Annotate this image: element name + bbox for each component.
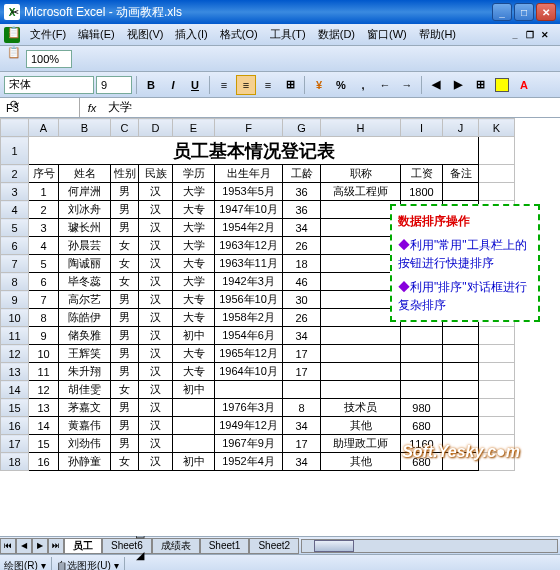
data-cell[interactable] [401,363,443,381]
data-cell[interactable]: 1963年12月 [215,237,283,255]
data-cell[interactable]: 34 [283,219,321,237]
data-cell[interactable]: 其他 [321,417,401,435]
data-cell[interactable]: 36 [283,183,321,201]
doc-restore-button[interactable]: ❐ [523,28,537,42]
doc-close-button[interactable]: ✕ [538,28,552,42]
data-cell[interactable]: 汉 [139,255,173,273]
data-cell[interactable]: 34 [283,453,321,471]
draw-tool-button[interactable]: A [130,566,150,571]
sheet-tab[interactable]: 成绩表 [152,538,200,554]
sheet-tab[interactable]: Sheet2 [249,538,299,554]
data-cell[interactable]: 大专 [173,291,215,309]
row-header[interactable]: 18 [1,453,29,471]
col-header[interactable]: B [59,119,111,137]
scroll-thumb[interactable] [314,540,354,552]
table-header-cell[interactable]: 备注 [443,165,479,183]
data-cell[interactable]: 男 [111,309,139,327]
menu-item[interactable]: 窗口(W) [361,26,413,42]
data-cell[interactable]: 女 [111,381,139,399]
data-cell[interactable]: 7 [29,291,59,309]
data-cell[interactable] [443,327,479,345]
data-cell[interactable]: 980 [401,399,443,417]
row-header[interactable]: 3 [1,183,29,201]
row-header[interactable]: 10 [1,309,29,327]
align-left-button[interactable]: ≡ [214,75,234,95]
menu-item[interactable]: 帮助(H) [413,26,462,42]
data-cell[interactable]: 大专 [173,363,215,381]
data-cell[interactable] [321,273,401,291]
horizontal-scrollbar[interactable] [301,539,558,553]
sheet-tab[interactable]: 员工 [64,538,102,554]
data-cell[interactable]: 汉 [139,345,173,363]
data-cell[interactable]: 大专 [173,309,215,327]
menu-item[interactable]: 编辑(E) [72,26,121,42]
row-header[interactable]: 7 [1,255,29,273]
data-cell[interactable]: 汉 [139,435,173,453]
data-cell[interactable]: 1965年12月 [215,345,283,363]
data-cell[interactable]: 其他 [321,453,401,471]
data-cell[interactable]: 1956年10月 [215,291,283,309]
tab-nav-button[interactable]: ⏭ [48,538,64,554]
zoom-combo[interactable]: 100% [26,50,72,68]
data-cell[interactable]: 刘劲伟 [59,435,111,453]
data-cell[interactable]: 助理政工师 [321,435,401,453]
close-button[interactable]: ✕ [536,3,556,21]
font-size-combo[interactable]: 9 [96,76,132,94]
data-cell[interactable]: 1964年10月 [215,363,283,381]
data-cell[interactable]: 男 [111,399,139,417]
minimize-button[interactable]: _ [492,3,512,21]
col-header[interactable]: J [443,119,479,137]
data-cell[interactable] [443,399,479,417]
data-cell[interactable]: 汉 [139,309,173,327]
autoshape-menu[interactable]: 自选图形(U) [57,559,111,571]
font-color-button[interactable]: A [514,75,534,95]
data-cell[interactable]: 毕冬蕊 [59,273,111,291]
data-cell[interactable]: 1953年5月 [215,183,283,201]
data-cell[interactable]: 高级工程师 [321,183,401,201]
data-cell[interactable]: 30 [283,291,321,309]
draw-menu[interactable]: 绘图(R) [4,559,38,571]
align-center-button[interactable]: ≡ [236,75,256,95]
row-header[interactable]: 12 [1,345,29,363]
data-cell[interactable] [173,417,215,435]
sheet-title[interactable]: 员工基本情况登记表 [29,137,479,165]
data-cell[interactable]: 大学 [173,183,215,201]
data-cell[interactable]: 1949年12月 [215,417,283,435]
data-cell[interactable] [321,309,401,327]
data-cell[interactable]: 王辉笑 [59,345,111,363]
data-cell[interactable]: 1958年2月 [215,309,283,327]
data-cell[interactable]: 大专 [173,345,215,363]
data-cell[interactable]: 孙晨芸 [59,237,111,255]
data-cell[interactable]: 技术员 [321,399,401,417]
data-cell[interactable]: 10 [29,345,59,363]
row-header[interactable]: 5 [1,219,29,237]
table-header-cell[interactable]: 职称 [321,165,401,183]
data-cell[interactable]: 1800 [401,183,443,201]
table-header-cell[interactable]: 性别 [111,165,139,183]
dec-increase-button[interactable]: ← [375,75,395,95]
fill-color-button[interactable] [492,75,512,95]
col-header[interactable]: I [401,119,443,137]
data-cell[interactable]: 大专 [173,255,215,273]
data-cell[interactable] [443,183,479,201]
data-cell[interactable]: 34 [283,417,321,435]
select-all[interactable] [1,119,29,137]
currency-button[interactable]: ¥ [309,75,329,95]
data-cell[interactable]: 汉 [139,237,173,255]
data-cell[interactable] [321,327,401,345]
data-cell[interactable]: 陈皓伊 [59,309,111,327]
row-header[interactable]: 1 [1,137,29,165]
data-cell[interactable]: 大学 [173,237,215,255]
row-header[interactable]: 11 [1,327,29,345]
data-cell[interactable]: 9 [29,327,59,345]
data-cell[interactable]: 11 [29,363,59,381]
col-header[interactable]: K [479,119,515,137]
row-header[interactable]: 4 [1,201,29,219]
data-cell[interactable]: 17 [283,363,321,381]
sheet-tab[interactable]: Sheet1 [200,538,250,554]
data-cell[interactable]: 男 [111,201,139,219]
row-header[interactable]: 6 [1,237,29,255]
data-cell[interactable]: 18 [283,255,321,273]
col-header[interactable]: H [321,119,401,137]
data-cell[interactable]: 1942年3月 [215,273,283,291]
